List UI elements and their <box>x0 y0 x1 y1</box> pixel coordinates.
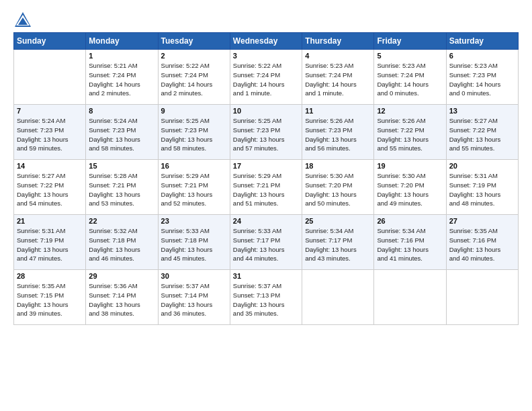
day-info: Sunrise: 5:29 AM Sunset: 7:21 PM Dayligh… <box>161 171 227 208</box>
week-row-5: 28Sunrise: 5:35 AM Sunset: 7:15 PM Dayli… <box>14 270 519 325</box>
calendar-cell: 7Sunrise: 5:24 AM Sunset: 7:23 PM Daylig… <box>14 105 86 160</box>
day-info: Sunrise: 5:25 AM Sunset: 7:23 PM Dayligh… <box>233 116 299 153</box>
day-number: 4 <box>305 52 371 60</box>
calendar-cell: 3Sunrise: 5:22 AM Sunset: 7:24 PM Daylig… <box>230 50 302 105</box>
week-row-4: 21Sunrise: 5:31 AM Sunset: 7:19 PM Dayli… <box>14 215 519 270</box>
day-info: Sunrise: 5:26 AM Sunset: 7:23 PM Dayligh… <box>305 116 371 153</box>
day-info: Sunrise: 5:33 AM Sunset: 7:18 PM Dayligh… <box>161 226 227 263</box>
calendar-cell: 4Sunrise: 5:23 AM Sunset: 7:24 PM Daylig… <box>302 50 374 105</box>
day-number: 23 <box>161 217 227 225</box>
day-number: 2 <box>161 52 227 60</box>
day-info: Sunrise: 5:35 AM Sunset: 7:16 PM Dayligh… <box>449 226 515 263</box>
day-number: 29 <box>89 272 154 280</box>
calendar-cell: 20Sunrise: 5:31 AM Sunset: 7:19 PM Dayli… <box>446 160 518 215</box>
day-number: 28 <box>17 272 83 280</box>
day-number: 11 <box>305 107 371 115</box>
calendar-cell: 17Sunrise: 5:29 AM Sunset: 7:21 PM Dayli… <box>230 160 302 215</box>
day-info: Sunrise: 5:23 AM Sunset: 7:24 PM Dayligh… <box>305 61 371 98</box>
day-info: Sunrise: 5:37 AM Sunset: 7:14 PM Dayligh… <box>161 281 227 318</box>
calendar-cell <box>446 270 518 325</box>
day-info: Sunrise: 5:22 AM Sunset: 7:24 PM Dayligh… <box>161 61 227 98</box>
day-info: Sunrise: 5:27 AM Sunset: 7:22 PM Dayligh… <box>449 116 515 153</box>
day-number: 8 <box>89 107 154 115</box>
calendar-cell: 29Sunrise: 5:36 AM Sunset: 7:14 PM Dayli… <box>86 270 158 325</box>
day-number: 13 <box>449 107 515 115</box>
weekday-header-thursday: Thursday <box>302 33 374 50</box>
day-number: 10 <box>233 107 299 115</box>
day-number: 26 <box>377 217 443 225</box>
calendar-cell: 5Sunrise: 5:23 AM Sunset: 7:24 PM Daylig… <box>374 50 446 105</box>
day-info: Sunrise: 5:28 AM Sunset: 7:21 PM Dayligh… <box>89 171 154 208</box>
calendar-cell: 25Sunrise: 5:34 AM Sunset: 7:17 PM Dayli… <box>302 215 374 270</box>
day-number: 21 <box>17 217 83 225</box>
calendar-cell: 15Sunrise: 5:28 AM Sunset: 7:21 PM Dayli… <box>86 160 158 215</box>
day-info: Sunrise: 5:32 AM Sunset: 7:18 PM Dayligh… <box>89 226 154 263</box>
logo <box>13 11 35 30</box>
day-number: 30 <box>161 272 227 280</box>
calendar-cell: 18Sunrise: 5:30 AM Sunset: 7:20 PM Dayli… <box>302 160 374 215</box>
week-row-2: 7Sunrise: 5:24 AM Sunset: 7:23 PM Daylig… <box>14 105 519 160</box>
calendar-cell: 16Sunrise: 5:29 AM Sunset: 7:21 PM Dayli… <box>158 160 230 215</box>
calendar-cell <box>14 50 86 105</box>
weekday-header-monday: Monday <box>86 33 158 50</box>
calendar-cell: 22Sunrise: 5:32 AM Sunset: 7:18 PM Dayli… <box>86 215 158 270</box>
weekday-header-wednesday: Wednesday <box>230 33 302 50</box>
day-number: 16 <box>161 162 227 170</box>
day-number: 14 <box>17 162 83 170</box>
day-info: Sunrise: 5:30 AM Sunset: 7:20 PM Dayligh… <box>377 171 443 208</box>
day-info: Sunrise: 5:34 AM Sunset: 7:17 PM Dayligh… <box>305 226 371 263</box>
day-number: 27 <box>449 217 515 225</box>
day-info: Sunrise: 5:29 AM Sunset: 7:21 PM Dayligh… <box>233 171 299 208</box>
day-info: Sunrise: 5:26 AM Sunset: 7:22 PM Dayligh… <box>377 116 443 153</box>
weekday-header-tuesday: Tuesday <box>158 33 230 50</box>
page-container: SundayMondayTuesdayWednesdayThursdayFrid… <box>0 0 532 332</box>
calendar-cell: 6Sunrise: 5:23 AM Sunset: 7:23 PM Daylig… <box>446 50 518 105</box>
day-info: Sunrise: 5:27 AM Sunset: 7:22 PM Dayligh… <box>17 171 83 208</box>
day-info: Sunrise: 5:24 AM Sunset: 7:23 PM Dayligh… <box>89 116 154 153</box>
day-number: 15 <box>89 162 154 170</box>
calendar-cell: 2Sunrise: 5:22 AM Sunset: 7:24 PM Daylig… <box>158 50 230 105</box>
day-number: 3 <box>233 52 299 60</box>
day-number: 9 <box>161 107 227 115</box>
day-number: 1 <box>89 52 154 60</box>
logo-icon <box>13 11 32 30</box>
calendar-cell: 10Sunrise: 5:25 AM Sunset: 7:23 PM Dayli… <box>230 105 302 160</box>
day-number: 5 <box>377 52 443 60</box>
day-info: Sunrise: 5:22 AM Sunset: 7:24 PM Dayligh… <box>233 61 299 98</box>
week-row-1: 1Sunrise: 5:21 AM Sunset: 7:24 PM Daylig… <box>14 50 519 105</box>
day-info: Sunrise: 5:21 AM Sunset: 7:24 PM Dayligh… <box>89 61 154 98</box>
calendar-cell: 23Sunrise: 5:33 AM Sunset: 7:18 PM Dayli… <box>158 215 230 270</box>
day-info: Sunrise: 5:34 AM Sunset: 7:16 PM Dayligh… <box>377 226 443 263</box>
calendar-cell: 21Sunrise: 5:31 AM Sunset: 7:19 PM Dayli… <box>14 215 86 270</box>
day-info: Sunrise: 5:33 AM Sunset: 7:17 PM Dayligh… <box>233 226 299 263</box>
day-number: 22 <box>89 217 154 225</box>
calendar-cell <box>302 270 374 325</box>
day-number: 20 <box>449 162 515 170</box>
day-number: 7 <box>17 107 83 115</box>
day-number: 19 <box>377 162 443 170</box>
day-info: Sunrise: 5:31 AM Sunset: 7:19 PM Dayligh… <box>449 171 515 208</box>
calendar-cell: 9Sunrise: 5:25 AM Sunset: 7:23 PM Daylig… <box>158 105 230 160</box>
day-info: Sunrise: 5:30 AM Sunset: 7:20 PM Dayligh… <box>305 171 371 208</box>
calendar-cell: 28Sunrise: 5:35 AM Sunset: 7:15 PM Dayli… <box>14 270 86 325</box>
calendar-cell: 19Sunrise: 5:30 AM Sunset: 7:20 PM Dayli… <box>374 160 446 215</box>
day-info: Sunrise: 5:25 AM Sunset: 7:23 PM Dayligh… <box>161 116 227 153</box>
day-number: 24 <box>233 217 299 225</box>
day-number: 6 <box>449 52 515 60</box>
calendar-cell: 8Sunrise: 5:24 AM Sunset: 7:23 PM Daylig… <box>86 105 158 160</box>
day-number: 18 <box>305 162 371 170</box>
day-info: Sunrise: 5:23 AM Sunset: 7:23 PM Dayligh… <box>449 61 515 98</box>
calendar-cell: 11Sunrise: 5:26 AM Sunset: 7:23 PM Dayli… <box>302 105 374 160</box>
calendar-cell: 12Sunrise: 5:26 AM Sunset: 7:22 PM Dayli… <box>374 105 446 160</box>
day-number: 17 <box>233 162 299 170</box>
day-number: 12 <box>377 107 443 115</box>
day-info: Sunrise: 5:24 AM Sunset: 7:23 PM Dayligh… <box>17 116 83 153</box>
day-info: Sunrise: 5:36 AM Sunset: 7:14 PM Dayligh… <box>89 281 154 318</box>
weekday-header-friday: Friday <box>374 33 446 50</box>
day-number: 31 <box>233 272 299 280</box>
day-info: Sunrise: 5:31 AM Sunset: 7:19 PM Dayligh… <box>17 226 83 263</box>
day-info: Sunrise: 5:37 AM Sunset: 7:13 PM Dayligh… <box>233 281 299 318</box>
calendar-cell: 24Sunrise: 5:33 AM Sunset: 7:17 PM Dayli… <box>230 215 302 270</box>
calendar-cell: 14Sunrise: 5:27 AM Sunset: 7:22 PM Dayli… <box>14 160 86 215</box>
day-info: Sunrise: 5:23 AM Sunset: 7:24 PM Dayligh… <box>377 61 443 98</box>
